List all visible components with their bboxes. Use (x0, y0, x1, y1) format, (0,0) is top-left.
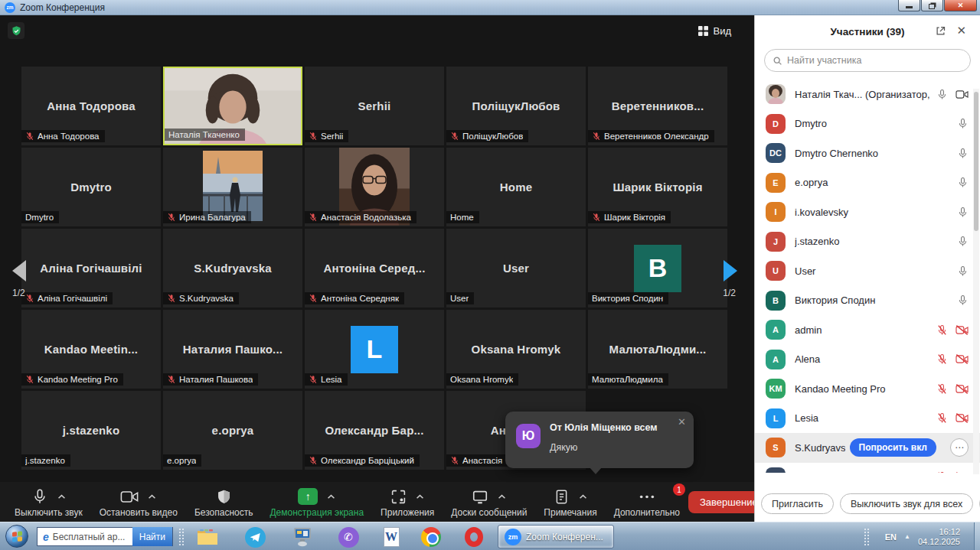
toolbar-mic-button[interactable]: Выключить звук (6, 483, 91, 520)
toolbar-shield-button[interactable]: Безопасность (186, 483, 262, 520)
participant-row[interactable]: Aadmin (755, 315, 980, 345)
taskbar-zoom-window-button[interactable]: zm Zoom Конферен... (498, 525, 614, 548)
toolbar-screen-share-button[interactable]: ↑Демонстрация экрана (261, 483, 372, 520)
chevron-up-icon[interactable] (148, 494, 156, 500)
participant-search-input[interactable] (787, 55, 962, 66)
show-desktop-button[interactable] (974, 522, 980, 550)
participant-tile[interactable]: Шарик ВікторіяШарик Вікторія (588, 148, 727, 226)
participant-tile[interactable]: BВиктория Сподин (588, 229, 727, 308)
participant-search[interactable] (764, 49, 971, 72)
participant-more-button[interactable]: ⋯ (950, 438, 969, 457)
close-button[interactable]: ✕ (944, 0, 977, 11)
mic-icon[interactable] (957, 177, 969, 188)
participant-row[interactable]: DDmytro (755, 109, 980, 139)
participant-row[interactable]: LLesia (755, 404, 980, 434)
participant-tile[interactable]: UserUser (446, 229, 586, 308)
opera-icon[interactable] (462, 526, 485, 548)
popout-icon[interactable] (935, 25, 946, 37)
participant-tile[interactable]: МалютаЛюдми...МалютаЛюдмила (588, 310, 727, 389)
chat-notification-popup[interactable]: Ю От Юлія Міщенко всем Дякую ✕ (505, 412, 694, 468)
chevron-up-icon[interactable] (498, 494, 506, 500)
mic-icon[interactable] (957, 265, 969, 277)
taskbar-clock[interactable]: 16:12 04.12.2025 (918, 527, 960, 547)
telegram-icon[interactable] (243, 526, 266, 548)
language-indicator[interactable]: EN (885, 532, 897, 542)
ask-to-unmute-button[interactable]: Попросить вкл (850, 438, 937, 457)
participant-tile[interactable]: HomeHome (446, 148, 586, 226)
taskbar-search-button[interactable]: Найти (132, 527, 172, 546)
camera-off-icon[interactable] (956, 353, 969, 365)
panel-close-icon[interactable]: ✕ (956, 24, 966, 37)
viber-icon[interactable]: ✆ (337, 526, 360, 548)
participant-tile[interactable]: Наталия Пашко...Наталия Пашкова (163, 310, 302, 389)
participant-tile[interactable]: DmytroDmytro (21, 148, 161, 226)
panel-scrollbar[interactable] (973, 89, 979, 474)
chevron-up-icon[interactable] (416, 494, 424, 500)
participant-tile[interactable]: ПоліщукЛюбовПоліщукЛюбов (446, 67, 586, 145)
start-button[interactable] (5, 525, 28, 548)
taskbar-search[interactable]: e Бесплатный ар... Найти (37, 527, 173, 546)
participant-tile[interactable]: Oksana HromykOksana Hromyk (446, 310, 586, 389)
camera-off-icon[interactable] (956, 383, 969, 395)
participant-tile[interactable]: Веретенников...Веретенников Олександр (588, 67, 727, 145)
muted-mic-icon[interactable] (936, 412, 948, 424)
camera-off-icon[interactable] (956, 412, 969, 424)
participant-tile[interactable]: Аліна ГогічашвіліАліна Гогічашвілі (21, 229, 161, 308)
minimize-button[interactable] (898, 0, 920, 11)
previous-page-arrow[interactable] (12, 260, 26, 282)
mic-icon[interactable] (957, 207, 969, 218)
word-icon[interactable]: W (380, 526, 403, 548)
participant-tile[interactable]: Олександр Бар...Олександр Барціцький (305, 391, 444, 470)
muted-mic-icon[interactable] (936, 353, 948, 365)
invite-button[interactable]: Пригласить (761, 493, 834, 514)
muted-mic-icon[interactable] (936, 324, 948, 336)
toolbar-more-button[interactable]: Дополнительно1 (606, 483, 688, 520)
mute-all-button[interactable]: Выключить звук для всех (840, 493, 973, 514)
participant-row[interactable]: Наталія Ткач... (Организатор, я) (755, 80, 980, 109)
mic-icon[interactable] (957, 236, 969, 247)
participant-tile[interactable]: Анастасія Водолазька (305, 148, 444, 226)
participant-row[interactable]: BВиктория Сподин (755, 286, 980, 316)
view-button[interactable]: Вид (692, 21, 737, 40)
participant-tile[interactable]: Наталія Ткаченко (163, 67, 302, 145)
mic-icon[interactable] (957, 118, 969, 129)
participant-tile[interactable]: SerhiiSerhii (305, 67, 444, 145)
chevron-up-icon[interactable] (579, 494, 587, 500)
chevron-up-icon[interactable] (327, 494, 335, 500)
display-settings-icon[interactable] (291, 526, 314, 548)
mic-icon[interactable] (957, 295, 969, 306)
participant-row[interactable]: KMKandao Meeting Pro (755, 374, 980, 404)
participant-tile[interactable]: j.stazenkoj.stazenko (21, 391, 161, 470)
participant-tile[interactable]: Антоніна Серед...Антоніна Середняк (305, 229, 444, 308)
participant-row[interactable]: Ee.oprya (755, 168, 980, 198)
participant-tile[interactable]: Анна ТодороваАнна Тодорова (21, 67, 161, 145)
encryption-shield-icon[interactable] (8, 22, 24, 39)
toolbar-whiteboard-button[interactable]: Доски сообщений (443, 483, 535, 520)
participant-row[interactable]: SSerhii (755, 463, 980, 474)
mic-icon[interactable] (957, 148, 969, 159)
notification-close-icon[interactable]: ✕ (678, 416, 686, 428)
participant-row[interactable]: Jj.stazenko (755, 227, 980, 257)
participant-row[interactable]: UUser (755, 256, 980, 286)
participant-tile[interactable]: LLesia (305, 310, 444, 389)
participant-row[interactable]: AAlena (755, 345, 980, 375)
toolbar-apps-button[interactable]: Приложения (372, 483, 443, 520)
tray-expand-icon[interactable]: ▲ (904, 533, 910, 540)
muted-mic-icon[interactable] (936, 471, 948, 473)
participant-tile[interactable]: Kandao Meetin...Kandao Meeting Pro (21, 310, 161, 389)
mic-icon[interactable] (936, 89, 948, 100)
participant-tile[interactable]: Ирина Балагура (163, 148, 302, 226)
camera-off-icon[interactable] (956, 324, 969, 336)
camera-off-icon[interactable] (956, 471, 969, 473)
participant-row[interactable]: SS.KudryavskaПопросить вкл⋯ (755, 433, 980, 463)
chevron-up-icon[interactable] (57, 494, 66, 500)
participant-row[interactable]: Ii.kovalevsky (755, 197, 980, 227)
muted-mic-icon[interactable] (936, 383, 948, 395)
file-explorer-icon[interactable] (196, 526, 219, 548)
next-page-arrow[interactable] (724, 260, 737, 282)
participant-row[interactable]: DCDmytro Chernenko (755, 138, 980, 168)
toolbar-notes-button[interactable]: Примечания (535, 483, 605, 520)
toolbar-camera-button[interactable]: Остановить видео (91, 483, 186, 520)
participant-tile[interactable]: e.opryae.oprya (163, 391, 302, 470)
maximize-button[interactable] (921, 0, 943, 11)
